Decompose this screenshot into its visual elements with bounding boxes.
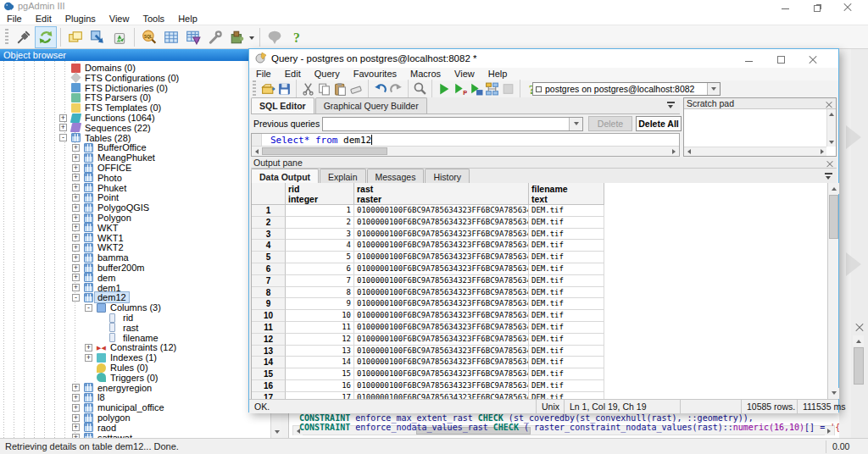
tree-item-label[interactable]: dem12 (95, 292, 129, 302)
expand-icon[interactable]: + (72, 404, 80, 412)
copy-icon[interactable] (316, 81, 332, 97)
tree-item-label[interactable]: WKT (95, 223, 120, 233)
combo-dropdown-icon[interactable] (569, 118, 582, 130)
cell-filename[interactable]: DEM.tif (529, 263, 604, 275)
cell-filename[interactable]: DEM.tif (529, 287, 604, 299)
query-maximize-button[interactable] (769, 52, 793, 64)
cell-filename[interactable]: DEM.tif (529, 368, 604, 380)
cell-rid[interactable]: 5 (286, 252, 354, 263)
cell-rast[interactable]: 0100000100F6BC9A785634323FF6BC9A7856343 (354, 252, 529, 263)
cell-rid[interactable]: 2 (286, 217, 354, 229)
cell-filename[interactable]: DEM.tif (529, 252, 604, 263)
cell-filename[interactable]: DEM.tif (529, 380, 604, 392)
scrollbar-thumb[interactable] (829, 195, 838, 239)
expand-icon[interactable]: + (72, 174, 80, 181)
explain-icon[interactable] (484, 81, 500, 97)
expand-icon[interactable]: + (72, 154, 80, 162)
grid-vscrollbar[interactable] (827, 183, 838, 399)
cell-rast[interactable]: 0100000100F6BC9A785634323FF6BC9A7856343 (354, 205, 529, 217)
cell-filename[interactable]: DEM.tif (529, 298, 604, 310)
cell-rid[interactable]: 3 (286, 229, 354, 241)
plug-icon[interactable] (13, 26, 35, 48)
expand-icon[interactable]: + (72, 214, 80, 222)
collapse-icon[interactable]: - (72, 294, 80, 302)
clear-icon[interactable] (348, 81, 364, 97)
column-header-rast[interactable]: rastraster (354, 183, 529, 205)
expand-icon[interactable]: + (72, 204, 80, 212)
menu-item-macros[interactable]: Macros (403, 68, 448, 80)
tree-item-label[interactable]: BufferOffice (95, 142, 149, 152)
cell-rast[interactable]: 0100000100F6BC9A785634323FF6BC9A7856343 (354, 229, 529, 241)
expand-icon[interactable]: + (85, 354, 92, 362)
open-icon[interactable] (260, 81, 276, 97)
cell-rast[interactable]: 0100000100F6BC9A785634323FF6BC9A7856343 (354, 298, 529, 310)
column-header-filename[interactable]: filenametext (529, 183, 604, 205)
row-number[interactable]: 3 (252, 229, 286, 241)
cell-rast[interactable]: 0100000100F6BC9A785634323FF6BC9A7856343 (354, 322, 529, 334)
scroll-left-icon[interactable] (684, 147, 693, 156)
menu-item-file[interactable]: File (0, 13, 29, 25)
cell-rid[interactable]: 15 (286, 368, 354, 380)
tree-item-label[interactable]: rid (120, 313, 136, 323)
scroll-left-icon[interactable] (252, 147, 261, 156)
tree-item-label[interactable]: dem (95, 273, 118, 283)
tree-item-label[interactable]: Tables (28) (82, 133, 133, 143)
expand-icon[interactable]: + (85, 344, 92, 352)
cut-icon[interactable] (300, 81, 316, 97)
scratch-pad-close-icon[interactable] (826, 102, 832, 108)
tree-item-label[interactable]: bamma (95, 252, 131, 263)
cell-rid[interactable]: 7 (286, 275, 354, 287)
row-number[interactable]: 7 (252, 275, 286, 287)
cell-filename[interactable]: DEM.tif (529, 275, 604, 287)
tree-item-label[interactable]: polygon (95, 412, 133, 423)
sql-find-icon[interactable]: SQL (138, 26, 160, 48)
scroll-up-icon[interactable] (827, 109, 836, 118)
editor-hscrollbar[interactable] (252, 146, 679, 156)
collapse-icon[interactable]: - (85, 304, 92, 312)
tree-item-label[interactable]: filename (120, 333, 161, 343)
tab-graphical-query-builder[interactable]: Graphical Query Builder (315, 97, 427, 114)
tree-item-label[interactable]: FTS Templates (0) (82, 102, 164, 113)
cell-filename[interactable]: DEM.tif (529, 322, 604, 334)
cell-rid[interactable]: 17 (286, 392, 354, 399)
expand-icon[interactable]: + (72, 224, 80, 231)
folders-icon[interactable] (64, 26, 86, 48)
main-close-button[interactable] (836, 0, 860, 13)
menu-item-help[interactable]: Help (481, 68, 515, 80)
scratch-pad-vscrollbar[interactable] (826, 109, 836, 147)
tree-item-label[interactable]: Triggers (0) (108, 373, 160, 383)
menu-item-plugins[interactable]: Plugins (58, 13, 103, 25)
filter-data-icon[interactable] (182, 26, 204, 48)
tree-item-label[interactable]: Indexes (1) (108, 352, 159, 363)
row-number[interactable]: 17 (252, 392, 286, 399)
pane-menu-icon[interactable] (825, 173, 832, 180)
tree-item-label[interactable]: Sequences (22) (82, 123, 153, 133)
expand-icon[interactable]: + (72, 414, 80, 422)
scrollbar-thumb[interactable] (262, 147, 387, 155)
checkbox-icon[interactable] (536, 86, 542, 92)
cell-rast[interactable]: 0100000100F6BC9A785634323FF6BC9A7856343 (354, 368, 529, 380)
cell-filename[interactable]: DEM.tif (529, 205, 604, 217)
recycle-bin-icon[interactable] (108, 26, 131, 48)
tree-item-label[interactable]: OFFICE (95, 163, 134, 173)
execute-pgscript-icon[interactable]: P (452, 81, 468, 97)
cell-rid[interactable]: 11 (286, 322, 354, 334)
cell-rid[interactable]: 4 (286, 240, 354, 252)
tree-item-label[interactable]: buffer200m (95, 263, 147, 273)
tree-item-label[interactable]: Domains (0) (82, 63, 138, 73)
row-number[interactable]: 10 (252, 310, 286, 322)
cell-filename[interactable]: DEM.tif (529, 240, 604, 252)
delete-button[interactable]: Delete (588, 116, 632, 131)
tree-item-label[interactable]: municipal_office (95, 402, 167, 412)
expand-icon[interactable]: + (72, 164, 80, 172)
cell-rast[interactable]: 0100000100F6BC9A785634323FF6BC9A7856343 (354, 334, 529, 346)
delete-all-button[interactable]: Delete All (636, 116, 682, 131)
expand-icon[interactable]: + (72, 184, 80, 191)
row-number[interactable]: 8 (252, 287, 286, 299)
menu-item-query[interactable]: Query (308, 68, 347, 80)
help-icon[interactable]: ? (286, 26, 308, 48)
cell-rid[interactable]: 13 (286, 346, 354, 357)
cell-rid[interactable]: 9 (286, 298, 354, 310)
menu-item-file[interactable]: File (249, 68, 278, 80)
cell-rid[interactable]: 12 (286, 334, 354, 346)
